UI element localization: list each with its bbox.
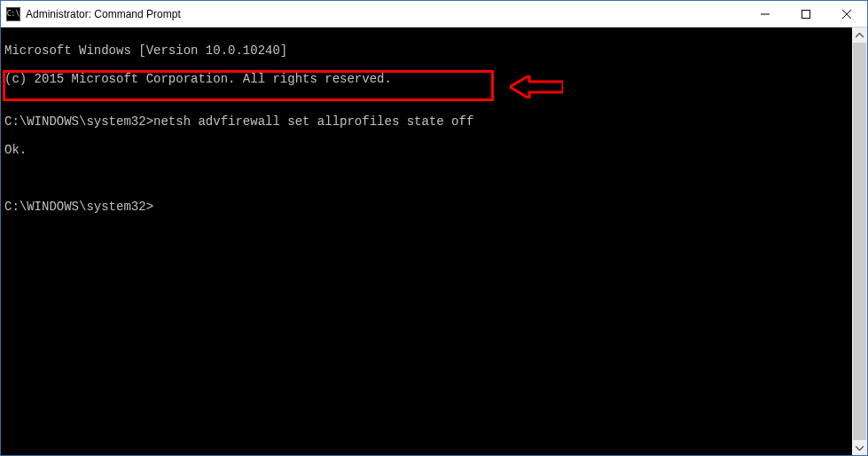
console-banner-line2: (c) 2015 Microsoft Corporation. All righ… [4,72,852,86]
content-row: Microsoft Windows [Version 10.0.10240] (… [1,28,867,455]
prompt-path: C:\WINDOWS\system32> [4,200,153,214]
close-button[interactable] [826,1,867,27]
scroll-thumb[interactable] [853,43,866,440]
vertical-scrollbar[interactable] [852,28,867,455]
scroll-track[interactable] [852,43,867,440]
console-banner-line1: Microsoft Windows [Version 10.0.10240] [4,43,852,58]
maximize-icon [802,10,810,19]
console-area[interactable]: Microsoft Windows [Version 10.0.10240] (… [1,28,852,455]
command-prompt-window: C:\ Administrator: Command Prompt [0,0,868,456]
prompt-command: netsh advfirewall set allprofiles state … [153,114,473,129]
svg-rect-1 [802,10,810,18]
chevron-down-icon [856,445,864,451]
scroll-down-button[interactable] [852,440,867,455]
console-prompt-line-1: C:\WINDOWS\system32>netsh advfirewall se… [4,114,852,129]
console-prompt-line-2: C:\WINDOWS\system32> [4,200,852,214]
maximize-button[interactable] [786,1,826,27]
titlebar-buttons [745,1,867,27]
chevron-up-icon [856,33,864,38]
cmd-icon-glyph: C:\ [7,11,20,18]
scroll-up-button[interactable] [852,28,867,43]
close-icon [842,10,851,19]
titlebar[interactable]: C:\ Administrator: Command Prompt [1,1,867,28]
minimize-icon [761,10,770,19]
minimize-button[interactable] [745,1,786,27]
window-title: Administrator: Command Prompt [26,8,181,20]
prompt-path: C:\WINDOWS\system32> [4,114,153,129]
cmd-icon: C:\ [6,7,20,21]
console-response: Ok. [4,143,852,157]
